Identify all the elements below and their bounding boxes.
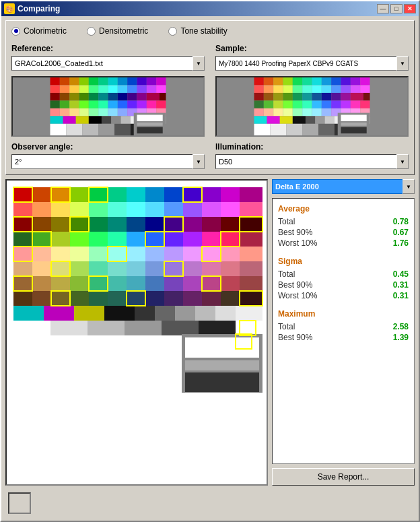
illumination-select-arrow[interactable]: ▼ bbox=[396, 154, 409, 169]
average-worst10-row: Worst 10% 1.76 bbox=[278, 238, 409, 249]
svg-rect-163 bbox=[32, 187, 51, 202]
svg-rect-243 bbox=[70, 276, 89, 291]
svg-rect-51 bbox=[69, 108, 79, 116]
svg-rect-119 bbox=[273, 100, 283, 108]
sigma-worst10-row: Worst 10% 0.31 bbox=[278, 290, 409, 301]
svg-rect-73 bbox=[98, 124, 114, 135]
average-total-label: Total bbox=[278, 217, 295, 226]
svg-rect-101 bbox=[331, 85, 341, 92]
svg-rect-93 bbox=[254, 85, 264, 92]
svg-rect-142 bbox=[267, 116, 280, 123]
svg-rect-159 bbox=[341, 127, 367, 134]
save-report-button[interactable]: Save Report... bbox=[272, 468, 415, 486]
svg-rect-257 bbox=[89, 291, 108, 306]
sample-select[interactable]: My7800 1440 Proofing PaperX CBPv9 CGATS bbox=[215, 56, 397, 71]
svg-rect-238 bbox=[221, 261, 240, 276]
densitometric-radio-circle[interactable] bbox=[87, 27, 96, 36]
svg-rect-276 bbox=[13, 321, 50, 335]
svg-rect-211 bbox=[202, 232, 221, 247]
svg-rect-184 bbox=[183, 202, 202, 217]
svg-rect-17 bbox=[89, 85, 98, 92]
observer-select-arrow[interactable]: ▼ bbox=[193, 154, 205, 169]
sample-select-arrow[interactable]: ▼ bbox=[396, 56, 409, 71]
svg-rect-36 bbox=[160, 93, 166, 100]
svg-rect-222 bbox=[164, 247, 183, 261]
svg-rect-98 bbox=[302, 85, 312, 92]
svg-rect-127 bbox=[351, 100, 360, 108]
svg-rect-195 bbox=[145, 217, 164, 232]
colorimetric-radio-circle[interactable] bbox=[11, 27, 20, 36]
svg-rect-38 bbox=[60, 100, 69, 108]
svg-rect-198 bbox=[202, 217, 221, 232]
tone-stability-radio-circle[interactable] bbox=[168, 27, 177, 36]
tone-stability-radio[interactable]: Tone stability bbox=[168, 26, 227, 36]
svg-rect-125 bbox=[331, 100, 341, 108]
svg-rect-11 bbox=[147, 77, 156, 85]
sample-chart-svg bbox=[217, 77, 407, 135]
svg-rect-225 bbox=[221, 247, 240, 261]
svg-rect-45 bbox=[127, 100, 137, 108]
reference-image-preview bbox=[11, 76, 205, 137]
top-panel: Colorimetric Densitometric Tone stabilit… bbox=[5, 20, 415, 175]
svg-rect-42 bbox=[98, 100, 108, 108]
svg-rect-111 bbox=[312, 93, 322, 100]
svg-rect-74 bbox=[114, 124, 131, 135]
bottom-status-box bbox=[8, 492, 31, 514]
svg-rect-214 bbox=[13, 247, 32, 261]
svg-rect-53 bbox=[89, 108, 98, 116]
svg-rect-71 bbox=[66, 124, 82, 135]
svg-rect-278 bbox=[88, 321, 125, 335]
illumination-select[interactable]: D50 bbox=[215, 154, 397, 169]
svg-rect-84 bbox=[283, 77, 293, 85]
svg-rect-181 bbox=[127, 202, 145, 217]
close-button[interactable]: ✕ bbox=[404, 4, 416, 13]
svg-rect-37 bbox=[50, 100, 60, 108]
svg-rect-33 bbox=[127, 93, 137, 100]
svg-rect-9 bbox=[127, 77, 137, 85]
svg-rect-280 bbox=[162, 321, 199, 335]
main-window: 🎨 Comparing — □ ✕ Colorimetric Densitome… bbox=[0, 0, 420, 522]
svg-rect-27 bbox=[69, 93, 79, 100]
svg-rect-86 bbox=[302, 77, 312, 85]
svg-rect-99 bbox=[312, 85, 322, 92]
svg-rect-187 bbox=[240, 202, 262, 217]
svg-rect-21 bbox=[127, 85, 137, 92]
svg-rect-91 bbox=[351, 77, 360, 85]
delta-e-select-arrow[interactable]: ▼ bbox=[403, 179, 415, 194]
svg-rect-158 bbox=[341, 123, 367, 126]
reference-select[interactable]: GRACoL2006_Coated1.txt bbox=[11, 56, 193, 71]
delta-e-select[interactable]: Delta E 2000 bbox=[272, 179, 403, 194]
average-best90-value: 0.67 bbox=[393, 228, 409, 237]
svg-rect-18 bbox=[98, 85, 108, 92]
svg-rect-263 bbox=[202, 291, 221, 306]
maximum-title: Maximum bbox=[278, 309, 409, 319]
densitometric-radio[interactable]: Densitometric bbox=[87, 26, 148, 36]
reference-select-arrow[interactable]: ▼ bbox=[193, 56, 205, 71]
minimize-button[interactable]: — bbox=[377, 4, 389, 13]
svg-rect-182 bbox=[145, 202, 164, 217]
svg-rect-179 bbox=[89, 202, 108, 217]
obs-illum-row: Observer angle: 2° ▼ Illumination: D50 ▼ bbox=[11, 142, 409, 169]
svg-rect-67 bbox=[121, 116, 131, 123]
svg-rect-185 bbox=[202, 202, 221, 217]
svg-rect-104 bbox=[360, 85, 370, 92]
svg-rect-205 bbox=[89, 232, 108, 247]
svg-rect-203 bbox=[51, 232, 70, 247]
maximum-best90-value: 1.39 bbox=[393, 333, 409, 342]
svg-rect-72 bbox=[82, 124, 98, 135]
observer-select[interactable]: 2° bbox=[11, 154, 193, 169]
svg-rect-244 bbox=[89, 276, 108, 291]
bottom-bar bbox=[5, 490, 415, 517]
maximize-button[interactable]: □ bbox=[390, 4, 403, 13]
svg-rect-92 bbox=[360, 77, 370, 85]
svg-rect-130 bbox=[264, 108, 273, 116]
colorimetric-radio[interactable]: Colorimetric bbox=[11, 26, 67, 36]
reference-chart-svg bbox=[13, 77, 203, 135]
average-total-value: 0.78 bbox=[393, 217, 409, 226]
svg-rect-83 bbox=[273, 77, 283, 85]
svg-rect-144 bbox=[293, 116, 306, 123]
svg-rect-279 bbox=[125, 321, 162, 335]
svg-rect-124 bbox=[322, 100, 331, 108]
svg-rect-90 bbox=[341, 77, 351, 85]
sample-select-wrapper: My7800 1440 Proofing PaperX CBPv9 CGATS … bbox=[215, 56, 409, 71]
